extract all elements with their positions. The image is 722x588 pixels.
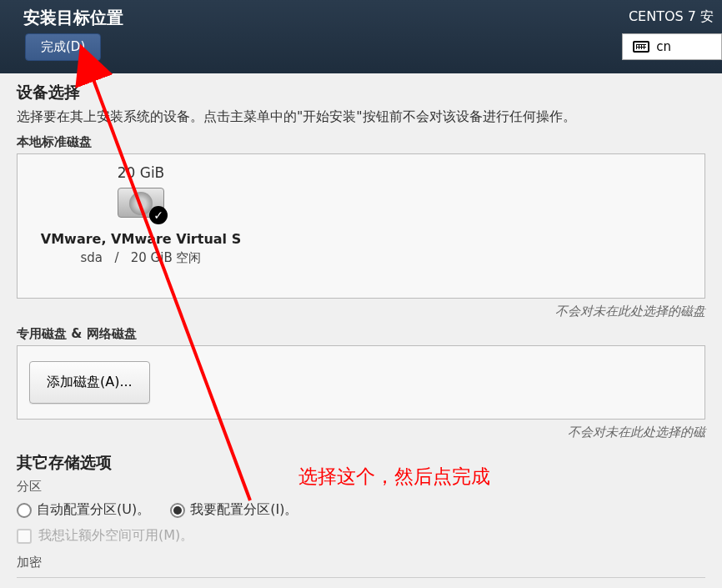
network-disks-container: 添加磁盘(A)...	[17, 345, 705, 420]
auto-partition-radio[interactable]: 自动配置分区(U)。	[17, 501, 150, 519]
disk-item[interactable]: 20 GiB VMware, VMware Virtual S sda / 20…	[33, 164, 249, 266]
partition-radio-group: 自动配置分区(U)。 我要配置分区(I)。	[17, 501, 705, 519]
partition-label: 分区	[17, 479, 705, 495]
encryption-label: 加密	[17, 555, 705, 570]
radio-icon	[17, 503, 32, 518]
keyboard-icon	[633, 41, 649, 53]
hard-disk-icon	[118, 188, 164, 223]
network-disks-label: 专用磁盘 & 网络磁盘	[17, 326, 705, 342]
extra-space-checkbox: 我想让额外空间可用(M)。	[17, 527, 705, 545]
radio-icon-selected	[170, 503, 185, 518]
device-selection-desc: 选择要在其上安装系统的设备。点击主菜单中的"开始安装"按钮前不会对该设备进行任何…	[17, 108, 705, 126]
local-disk-footer: 不会对未在此处选择的磁盘	[17, 304, 705, 319]
disk-name: VMware, VMware Virtual S	[33, 231, 249, 247]
language-indicator[interactable]: cn	[622, 33, 722, 60]
manual-partition-radio[interactable]: 我要配置分区(I)。	[170, 501, 298, 519]
local-disks-label: 本地标准磁盘	[17, 134, 705, 150]
installer-header: 安装目标位置 完成(D) CENTOS 7 安 cn	[0, 0, 722, 73]
extra-space-label: 我想让额外空间可用(M)。	[38, 527, 193, 545]
storage-options-title: 其它存储选项	[17, 452, 705, 474]
network-disk-footer: 不会对未在此处选择的磁	[17, 425, 705, 440]
separator	[17, 577, 705, 578]
disk-info: sda / 20 GiB 空闲	[33, 250, 249, 266]
local-disks-container: 20 GiB VMware, VMware Virtual S sda / 20…	[17, 153, 705, 299]
add-disk-button[interactable]: 添加磁盘(A)...	[29, 361, 150, 404]
checkmark-icon	[149, 206, 168, 224]
done-button[interactable]: 完成(D)	[25, 33, 101, 61]
auto-partition-label: 自动配置分区(U)。	[37, 501, 150, 519]
lang-code: cn	[656, 39, 671, 54]
manual-partition-label: 我要配置分区(I)。	[190, 501, 298, 519]
page-title: 安装目标位置	[23, 7, 123, 29]
device-selection-title: 设备选择	[17, 82, 705, 103]
disk-size: 20 GiB	[33, 164, 249, 181]
main-content: 设备选择 选择要在其上安装系统的设备。点击主菜单中的"开始安装"按钮前不会对该设…	[0, 73, 722, 586]
os-title: CENTOS 7 安	[629, 8, 714, 26]
checkbox-icon	[17, 529, 32, 544]
